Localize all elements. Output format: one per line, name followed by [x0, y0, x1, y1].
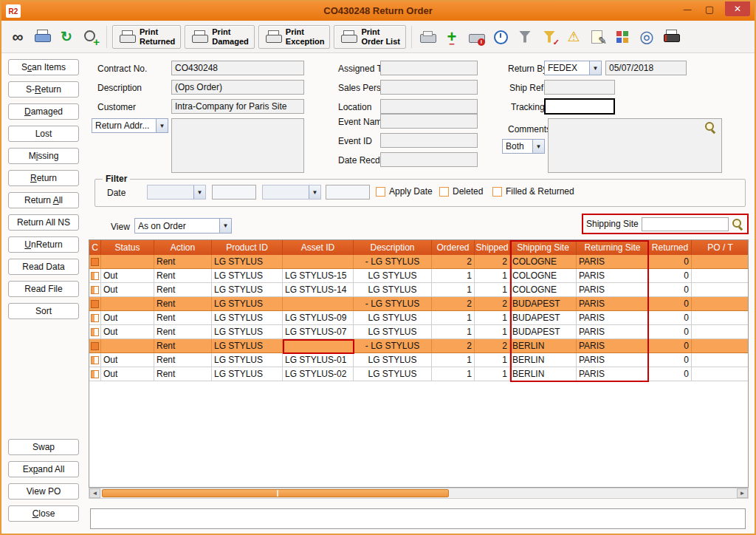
- cell-product-id[interactable]: LG STYLUS: [212, 353, 283, 367]
- target-icon[interactable]: [636, 27, 657, 47]
- cell-description[interactable]: LG STYLUS: [354, 367, 432, 381]
- checkbox-deleted[interactable]: [439, 187, 449, 197]
- filter-date-to-dropdown[interactable]: ▼: [262, 185, 321, 200]
- cell-ordered[interactable]: 1: [432, 325, 475, 339]
- cell-returning-site[interactable]: PARIS: [577, 297, 649, 311]
- toolbar-button-print-returned[interactable]: PrintReturned: [112, 25, 181, 49]
- cell-action[interactable]: Rent: [154, 325, 212, 339]
- cell-select[interactable]: [89, 367, 101, 381]
- table-row[interactable]: OutRentLG STYLUSLG STYLUS-15LG STYLUS11C…: [89, 269, 748, 283]
- shipping-site-search-icon[interactable]: [732, 218, 743, 230]
- cell-ordered[interactable]: 2: [432, 255, 475, 269]
- cell-returning-site[interactable]: PARIS: [577, 255, 649, 269]
- cell-returning-site[interactable]: PARIS: [577, 339, 649, 353]
- table-row[interactable]: RentLG STYLUS- LG STYLUS22BUDAPESTPARIS0: [89, 297, 748, 311]
- cell-description[interactable]: LG STYLUS: [354, 311, 432, 325]
- column-header-shipped[interactable]: Shipped: [475, 240, 510, 255]
- scroll-right-icon[interactable]: ►: [737, 488, 748, 498]
- cell-ordered[interactable]: 1: [432, 269, 475, 283]
- cell-po[interactable]: [692, 339, 749, 353]
- scroll-left-icon[interactable]: ◄: [89, 488, 100, 498]
- sidebar-button-return[interactable]: Return: [8, 170, 79, 186]
- cell-shipping-site[interactable]: BUDAPEST: [510, 311, 577, 325]
- chevron-down-icon[interactable]: ▼: [219, 219, 231, 233]
- chevron-down-icon[interactable]: ▼: [156, 119, 168, 132]
- cell-status[interactable]: [101, 255, 154, 269]
- cell-asset-id[interactable]: LG STYLUS-02: [283, 367, 354, 381]
- find-item-icon[interactable]: [80, 27, 101, 47]
- toolbar-button-print-order-list[interactable]: PrintOrder List: [334, 25, 406, 49]
- cell-product-id[interactable]: LG STYLUS: [212, 325, 283, 339]
- scanner-icon[interactable]: [417, 27, 438, 47]
- cell-action[interactable]: Rent: [154, 255, 212, 269]
- contract-no-field[interactable]: [171, 61, 304, 75]
- sidebar-button-s-return[interactable]: S-Return: [8, 81, 79, 98]
- toolbar-button-print-exception[interactable]: PrintException: [258, 25, 331, 49]
- color-print-icon[interactable]: [661, 27, 681, 47]
- customer-field[interactable]: [171, 99, 304, 114]
- cell-shipped[interactable]: 1: [475, 325, 510, 339]
- cell-action[interactable]: Rent: [154, 297, 212, 311]
- row-checkbox-icon[interactable]: [91, 258, 99, 266]
- color-grid-icon[interactable]: [612, 27, 633, 47]
- assigned-to-field[interactable]: [380, 61, 478, 75]
- cell-action[interactable]: Rent: [154, 339, 212, 353]
- description-field[interactable]: [171, 80, 304, 95]
- filter-apply-icon[interactable]: [539, 27, 560, 47]
- return-by-dropdown[interactable]: FEDEX ▼: [544, 61, 602, 75]
- horizontal-scrollbar[interactable]: ◄ ►: [89, 488, 749, 499]
- filter-date-from-field[interactable]: [212, 185, 256, 200]
- cell-status[interactable]: Out: [101, 353, 154, 367]
- cell-shipping-site[interactable]: BERLIN: [510, 339, 577, 353]
- cell-action[interactable]: Rent: [154, 269, 212, 283]
- comments-textarea[interactable]: [548, 118, 722, 173]
- cell-returned[interactable]: 0: [649, 353, 692, 367]
- sidebar-button-return-all[interactable]: Return All: [8, 192, 79, 208]
- cell-select[interactable]: [89, 339, 101, 353]
- comments-filter-dropdown[interactable]: Both ▼: [502, 139, 545, 154]
- chevron-down-icon[interactable]: ▼: [589, 61, 601, 75]
- cell-asset-id[interactable]: LG STYLUS-14: [283, 283, 354, 297]
- row-checkbox-icon[interactable]: [91, 342, 99, 350]
- column-header-description[interactable]: Description: [354, 240, 432, 255]
- cell-returned[interactable]: 0: [649, 339, 692, 353]
- cell-po[interactable]: [692, 367, 749, 381]
- view-dropdown[interactable]: As on Order ▼: [134, 218, 232, 234]
- cell-status[interactable]: Out: [101, 311, 154, 325]
- row-checkbox-icon[interactable]: [91, 356, 99, 364]
- sidebar-button-close[interactable]: Close: [8, 505, 79, 522]
- cell-asset-id[interactable]: LG STYLUS-15: [283, 269, 354, 283]
- cell-product-id[interactable]: LG STYLUS: [212, 269, 283, 283]
- column-header-po-t[interactable]: PO / T: [692, 240, 749, 255]
- cell-status[interactable]: Out: [101, 367, 154, 381]
- toolbar-button-print-damaged[interactable]: PrintDamaged: [185, 25, 255, 49]
- cell-returning-site[interactable]: PARIS: [577, 311, 649, 325]
- row-checkbox-icon[interactable]: [91, 328, 99, 336]
- cell-select[interactable]: [89, 255, 101, 269]
- edit-note-icon[interactable]: [588, 27, 608, 47]
- cell-product-id[interactable]: LG STYLUS: [212, 367, 283, 381]
- return-addr-textarea[interactable]: [171, 118, 304, 173]
- cell-action[interactable]: Rent: [154, 311, 212, 325]
- cell-shipped[interactable]: 2: [475, 339, 510, 353]
- cell-returned[interactable]: 0: [649, 297, 692, 311]
- clock-icon[interactable]: [490, 27, 511, 47]
- filter-date-from-dropdown[interactable]: ▼: [147, 185, 206, 200]
- table-row[interactable]: OutRentLG STYLUSLG STYLUS-14LG STYLUS11C…: [89, 283, 748, 297]
- scrollbar-thumb[interactable]: [102, 489, 449, 497]
- cell-po[interactable]: [692, 311, 749, 325]
- cell-description[interactable]: LG STYLUS: [354, 269, 432, 283]
- table-row[interactable]: RentLG STYLUS- LG STYLUS22COLOGNEPARIS0: [89, 255, 748, 269]
- bottom-notes-field[interactable]: [90, 508, 746, 529]
- cell-ordered[interactable]: 2: [432, 339, 475, 353]
- row-checkbox-icon[interactable]: [91, 272, 99, 280]
- cell-shipped[interactable]: 1: [475, 311, 510, 325]
- binoculars-icon[interactable]: [7, 27, 28, 47]
- cell-select[interactable]: [89, 269, 101, 283]
- cell-action[interactable]: Rent: [154, 283, 212, 297]
- cell-select[interactable]: [89, 353, 101, 367]
- return-addr-dropdown[interactable]: Return Addr... ▼: [92, 118, 168, 133]
- checkbox-apply-date[interactable]: [376, 187, 385, 197]
- cell-product-id[interactable]: LG STYLUS: [212, 311, 283, 325]
- cell-asset-id[interactable]: LG STYLUS-01: [283, 353, 354, 367]
